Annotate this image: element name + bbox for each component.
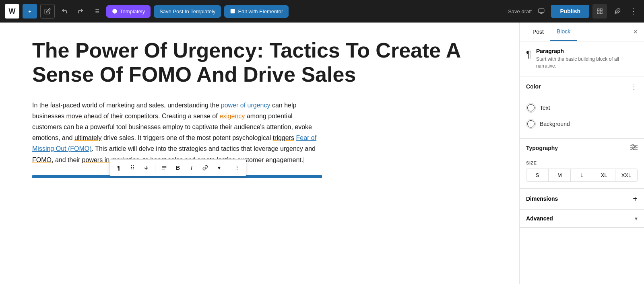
paragraph-type-button[interactable]: ¶ — [112, 161, 125, 174]
advanced-section: Advanced ▾ — [520, 210, 644, 228]
link-power-urgency[interactable]: power of urgency — [221, 102, 270, 109]
panel-body: ¶ Paragraph Start with the basic buildin… — [520, 41, 644, 284]
post-title[interactable]: The Power Of Urgency: Tactics To Create … — [32, 39, 487, 87]
size-options: S M L XL XXL — [526, 169, 638, 182]
size-m-button[interactable]: M — [549, 169, 571, 181]
dimensions-add-button[interactable]: + — [633, 194, 638, 204]
size-l-button[interactable]: L — [571, 169, 593, 181]
link-button[interactable] — [199, 161, 212, 174]
text-ultimately: ultimately — [74, 134, 102, 141]
svg-point-6 — [112, 9, 117, 14]
advanced-chevron-icon: ▾ — [635, 215, 638, 222]
svg-rect-14 — [597, 12, 599, 14]
size-xl-button[interactable]: XL — [593, 169, 615, 181]
text-fomo2: FOMO — [32, 156, 52, 163]
bold-button[interactable]: B — [171, 161, 184, 174]
post-tab[interactable]: Post — [526, 23, 550, 41]
color-more-button[interactable]: ⋮ — [630, 82, 638, 91]
block-info: ¶ Paragraph Start with the basic buildin… — [520, 41, 644, 76]
save-draft-button[interactable]: Save draft — [508, 8, 532, 14]
editor-area[interactable]: The Power Of Urgency: Tactics To Create … — [0, 23, 519, 284]
plugins-button[interactable] — [610, 4, 625, 19]
wp-logo: W — [5, 4, 19, 19]
main-content: The Power Of Urgency: Tactics To Create … — [0, 23, 644, 284]
background-color-label: Background — [540, 121, 570, 127]
background-color-row[interactable]: Background — [526, 116, 638, 132]
templately-button[interactable]: Templately — [106, 5, 151, 18]
color-section: Color ⋮ Text Background — [520, 76, 644, 139]
redo-button[interactable] — [74, 5, 87, 18]
advanced-header[interactable]: Advanced ▾ — [520, 210, 644, 227]
svg-rect-11 — [597, 9, 599, 11]
typography-controls-button[interactable] — [630, 144, 638, 152]
advanced-title: Advanced — [526, 215, 553, 222]
background-color-swatch[interactable] — [526, 119, 536, 129]
more-options-inline-button[interactable]: ⋮ — [231, 161, 244, 174]
dimensions-header[interactable]: Dimensions + — [520, 189, 644, 209]
block-description: Start with the basic building block of a… — [536, 56, 638, 70]
panel-tabs: Post Block × — [520, 23, 644, 41]
color-section-title: Color — [526, 83, 541, 90]
post-paragraph[interactable]: In the fast-paced world of marketing and… — [32, 100, 322, 165]
text-color-label: Text — [540, 105, 550, 111]
dimensions-title: Dimensions — [526, 196, 558, 202]
list-view-button[interactable] — [90, 5, 103, 18]
edit-elementor-button[interactable]: Edit with Elementor — [224, 5, 289, 18]
size-xxl-button[interactable]: XXL — [615, 169, 637, 181]
publish-button[interactable]: Publish — [551, 5, 589, 18]
typography-section: Typography SIZE S M L XL XXL — [520, 139, 644, 189]
align-button[interactable] — [158, 161, 171, 174]
block-name: Paragraph — [536, 48, 638, 54]
add-block-button[interactable]: + — [23, 4, 37, 19]
size-s-button[interactable]: S — [526, 169, 549, 181]
typography-section-header[interactable]: Typography — [520, 139, 644, 157]
svg-rect-7 — [231, 9, 235, 14]
inline-toolbar: ¶ ⠿ B I ▾ ⋮ — [109, 159, 246, 176]
svg-rect-8 — [539, 9, 544, 12]
topbar: W + Templately Save Post In Templately E… — [0, 0, 644, 23]
svg-rect-12 — [600, 9, 602, 11]
text-move-ahead: move ahead of their competitors — [66, 113, 159, 119]
move-button[interactable] — [140, 161, 153, 174]
text-color-row[interactable]: Text — [526, 100, 638, 116]
link-exigency[interactable]: exigency — [219, 113, 245, 119]
settings-button[interactable] — [592, 4, 607, 19]
undo-button[interactable] — [58, 5, 71, 18]
toolbar-divider-2 — [228, 164, 228, 172]
dimensions-section: Dimensions + — [520, 189, 644, 210]
svg-rect-13 — [600, 12, 602, 14]
save-post-templately-button[interactable]: Save Post In Templately — [154, 5, 221, 18]
edit-pencil-button[interactable] — [40, 4, 55, 19]
more-options-button[interactable]: ⋮ — [628, 6, 639, 17]
drag-handle-button[interactable]: ⠿ — [126, 161, 139, 174]
block-tab[interactable]: Block — [550, 23, 577, 41]
typography-options: SIZE S M L XL XXL — [520, 157, 644, 188]
color-section-header[interactable]: Color ⋮ — [520, 76, 644, 97]
color-options: Text Background — [520, 97, 644, 138]
toolbar-divider — [155, 164, 155, 172]
typography-section-title: Typography — [526, 145, 558, 151]
text-color-swatch[interactable] — [526, 103, 536, 113]
svg-point-24 — [634, 146, 636, 148]
paragraph-icon: ¶ — [526, 49, 531, 60]
right-panel: Post Block × ¶ Paragraph Start with the … — [519, 23, 644, 284]
svg-point-25 — [632, 148, 634, 150]
preview-button[interactable] — [535, 5, 548, 18]
size-label: SIZE — [526, 161, 638, 165]
text-triggers: triggers — [273, 134, 294, 141]
link-dropdown-button[interactable]: ▾ — [213, 161, 225, 174]
panel-close-button[interactable]: × — [633, 28, 638, 35]
svg-point-23 — [632, 144, 634, 146]
italic-button[interactable]: I — [185, 161, 198, 174]
